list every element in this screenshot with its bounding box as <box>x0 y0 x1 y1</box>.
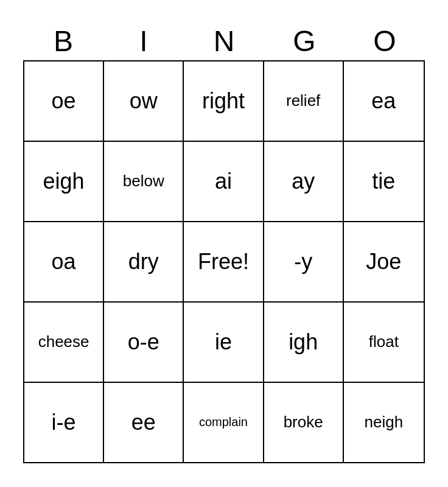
cell-4-3[interactable]: ie <box>184 303 264 382</box>
header-i: I <box>103 24 184 58</box>
cell-1-1[interactable]: oe <box>24 61 104 141</box>
bingo-header: B I N G O <box>23 24 425 58</box>
cell-2-1[interactable]: eigh <box>24 142 104 221</box>
cell-4-5[interactable]: float <box>344 303 424 382</box>
cell-1-4[interactable]: relief <box>264 61 344 141</box>
cell-1-2[interactable]: ow <box>104 61 184 141</box>
header-n: N <box>184 24 264 58</box>
header-g: G <box>264 24 345 58</box>
cell-3-4[interactable]: -y <box>264 222 344 301</box>
row-4: cheese o-e ie igh float <box>24 303 424 383</box>
cell-5-4[interactable]: broke <box>264 383 344 462</box>
cell-3-1[interactable]: oa <box>24 222 104 301</box>
cell-1-5[interactable]: ea <box>344 61 424 141</box>
row-2: eigh below ai ay tie <box>24 142 424 222</box>
cell-3-2[interactable]: dry <box>104 222 184 301</box>
cell-5-3[interactable]: complain <box>184 383 264 462</box>
cell-2-5[interactable]: tie <box>344 142 424 221</box>
cell-1-3[interactable]: right <box>184 61 264 141</box>
cell-4-1[interactable]: cheese <box>24 303 104 382</box>
cell-2-4[interactable]: ay <box>264 142 344 221</box>
cell-5-1[interactable]: i-e <box>24 383 104 462</box>
header-b: B <box>23 24 103 58</box>
row-3: oa dry Free! -y Joe <box>24 222 424 303</box>
cell-4-4[interactable]: igh <box>264 303 344 382</box>
cell-4-2[interactable]: o-e <box>104 303 184 382</box>
bingo-grid: oe ow right relief ea eigh below ai ay t… <box>23 60 425 463</box>
cell-2-3[interactable]: ai <box>184 142 264 221</box>
cell-5-2[interactable]: ee <box>104 383 184 462</box>
header-o: O <box>345 24 425 58</box>
cell-3-3[interactable]: Free! <box>184 222 264 301</box>
cell-3-5[interactable]: Joe <box>344 222 424 301</box>
cell-5-5[interactable]: neigh <box>344 383 424 462</box>
row-1: oe ow right relief ea <box>24 61 424 142</box>
bingo-card: B I N G O oe ow right relief ea eigh bel… <box>11 12 437 475</box>
cell-2-2[interactable]: below <box>104 142 184 221</box>
row-5: i-e ee complain broke neigh <box>24 383 424 462</box>
